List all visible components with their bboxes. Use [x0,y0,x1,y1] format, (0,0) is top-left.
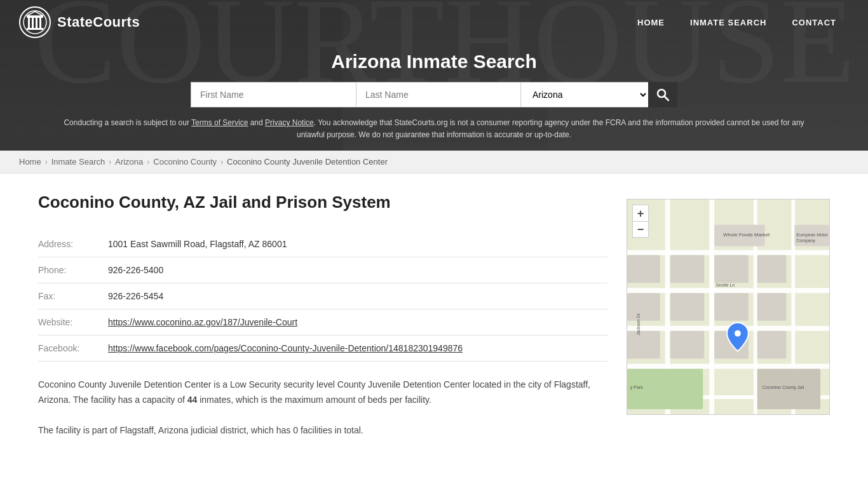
map-zoom-out-button[interactable]: − [632,221,649,238]
facility-description: Coconino County Juvenile Detention Cente… [38,377,607,438]
phone-value: 926-226-5400 [108,257,607,283]
svg-text:Seville Ln: Seville Ln [715,283,735,288]
map-zoom-in-button[interactable]: + [632,205,649,221]
svg-rect-4 [36,18,37,28]
breadcrumb-sep-4: › [220,158,223,166]
breadcrumb-county[interactable]: Coconino County [153,157,217,166]
breadcrumb-sep-3: › [147,158,149,166]
facebook-row: Facebook: https://www.facebook.com/pages… [38,336,607,362]
last-name-input[interactable] [356,82,521,107]
phone-row: Phone: 926-226-5400 [38,257,607,283]
svg-text:Coconino County Jail: Coconino County Jail [763,386,804,391]
facebook-link[interactable]: https://www.facebook.com/pages/Coconino-… [108,343,463,353]
desc-text-2: inmates, which is the maximum amount of … [197,395,431,405]
svg-text:y Park: y Park [630,386,643,391]
terms-of-service-link[interactable]: Terms of Service [191,118,248,127]
header-title-area: Arizona Inmate Search [0,44,868,82]
fax-label: Fax: [38,283,108,309]
address-row: Address: 1001 East Sawmill Road, Flagsta… [38,231,607,257]
site-name: StateCourts [57,14,140,30]
svg-rect-7 [27,28,43,30]
address-label: Address: [38,231,108,257]
svg-point-38 [735,330,741,337]
disclaimer-and: and [248,118,265,127]
svg-rect-18 [709,200,714,414]
svg-rect-2 [28,18,30,28]
svg-rect-5 [39,18,41,28]
disclaimer-text-after: . You acknowledge that StateCourts.org i… [297,118,804,139]
map-svg: Whole Foods Market European Motor Compan… [627,200,829,414]
breadcrumb-facility: Coconino County Juvenile Detention Cente… [227,157,388,166]
logo-icon [19,6,51,38]
site-header: StateCourts HOME INMATE SEARCH CONTACT A… [0,0,868,151]
svg-rect-3 [32,18,34,28]
breadcrumb: Home › Inmate Search › Arizona › Coconin… [0,151,868,173]
nav-contact[interactable]: CONTACT [779,11,849,34]
svg-rect-13 [627,288,829,294]
facebook-label: Facebook: [38,336,108,362]
svg-text:Whole Foods Market: Whole Foods Market [723,232,770,238]
logo-area[interactable]: StateCourts [19,6,140,38]
phone-label: Phone: [38,257,108,283]
map-container[interactable]: Whole Foods Market European Motor Compan… [627,199,830,415]
svg-point-1 [24,11,46,34]
svg-rect-23 [670,331,705,359]
fax-row: Fax: 926-226-5454 [38,283,607,309]
breadcrumb-inmate-search[interactable]: Inmate Search [51,157,105,166]
state-select[interactable]: Select State Alabama Alaska Arizona Arka… [521,82,648,107]
facebook-value: https://www.facebook.com/pages/Coconino-… [108,336,607,362]
svg-rect-24 [714,255,749,283]
privacy-notice-link[interactable]: Privacy Notice [265,118,314,127]
svg-text:European Motor: European Motor [796,233,828,238]
page-main-title: Arizona Inmate Search [0,51,868,72]
disclaimer: Conducting a search is subject to our Te… [0,117,868,151]
svg-rect-22 [670,294,705,322]
svg-rect-21 [670,255,705,283]
address-value: 1001 East Sawmill Road, Flagstaff, AZ 86… [108,231,607,257]
svg-rect-31 [627,294,660,322]
nav-inmate-search[interactable]: INMATE SEARCH [677,11,779,34]
svg-text:Company: Company [796,238,815,243]
map-controls: + − [632,205,649,238]
top-nav-links: HOME INMATE SEARCH CONTACT [625,11,849,34]
search-bar: Select State Alabama Alaska Arizona Arka… [0,82,868,117]
top-navigation: StateCourts HOME INMATE SEARCH CONTACT [0,0,868,44]
svg-text:Jackson Dr: Jackson Dr [636,313,641,336]
facility-info-table: Address: 1001 East Sawmill Road, Flagsta… [38,231,607,362]
main-content: Coconino County, AZ Jail and Prison Syst… [0,173,868,457]
disclaimer-text-before: Conducting a search is subject to our [64,118,191,127]
nav-home[interactable]: HOME [625,11,677,34]
first-name-input[interactable] [191,82,356,107]
facility-capacity: 44 [187,395,198,405]
svg-rect-30 [627,255,660,283]
website-label: Website: [38,309,108,336]
website-link[interactable]: https://www.coconino.az.gov/187/Juvenile… [108,317,297,327]
breadcrumb-sep-2: › [109,158,111,166]
breadcrumb-state[interactable]: Arizona [115,157,143,166]
search-icon [656,88,669,101]
facility-desc-p1: Coconino County Juvenile Detention Cente… [38,377,607,408]
svg-rect-32 [627,331,660,359]
breadcrumb-home[interactable]: Home [19,157,41,166]
breadcrumb-sep-1: › [45,158,48,166]
facility-desc-p2: The facility is part of Flagstaff, Arizo… [38,423,607,438]
website-value: https://www.coconino.az.gov/187/Juvenile… [108,309,607,336]
facility-title: Coconino County, AZ Jail and Prison Syst… [38,193,607,212]
svg-rect-12 [627,250,829,255]
svg-rect-25 [714,294,749,322]
svg-rect-29 [757,331,787,359]
svg-rect-27 [757,255,787,283]
content-right: Whole Foods Market European Motor Compan… [627,193,830,438]
content-left: Coconino County, AZ Jail and Prison Syst… [38,193,607,438]
website-row: Website: https://www.coconino.az.gov/187… [38,309,607,336]
search-button[interactable] [648,82,677,107]
fax-value: 926-226-5454 [108,283,607,309]
svg-line-10 [665,97,668,100]
svg-rect-28 [757,294,787,322]
svg-rect-15 [627,364,829,369]
